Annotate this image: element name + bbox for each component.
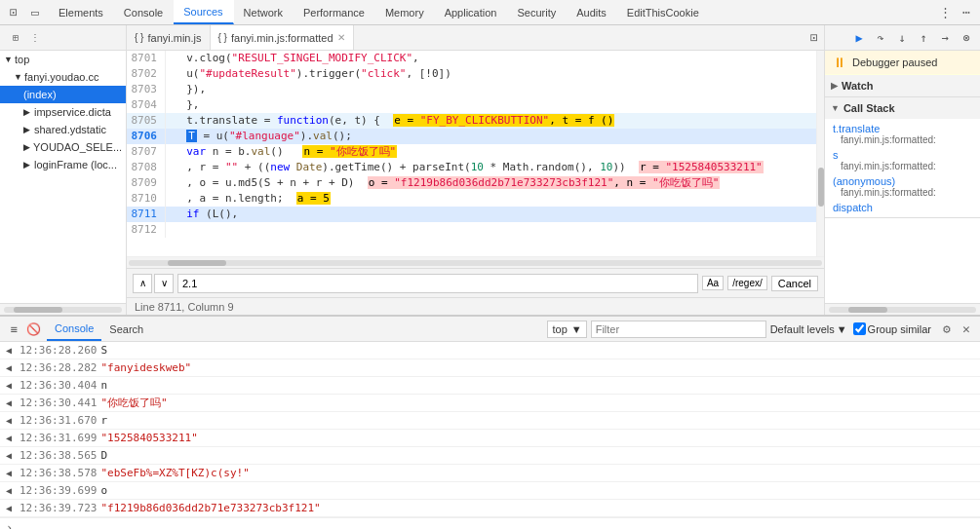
search-cancel-btn[interactable]: Cancel xyxy=(771,276,818,291)
tree-item-fanyi[interactable]: fanyi.youdao.cc xyxy=(0,68,126,86)
tab-performance[interactable]: Performance xyxy=(294,0,375,24)
code-line-8708: 8708 , r = "" + ((new Date).getTime() + … xyxy=(127,160,816,175)
console-time-0: 12:36:28.260 xyxy=(20,344,97,357)
editor-vscroll[interactable] xyxy=(816,51,824,256)
editor-tab-close[interactable]: ✕ xyxy=(337,32,345,43)
console-arrow-3: ◀ xyxy=(6,397,16,408)
console-text-6: D xyxy=(100,449,107,462)
editor-tab-formatted[interactable]: { } fanyi.min.js:formatted ✕ xyxy=(211,25,354,50)
status-text: Line 8711, Column 9 xyxy=(135,301,234,313)
console-text-1: "fanyideskweb" xyxy=(100,361,191,374)
file-tree: top fanyi.youdao.cc (index) impservice.d… xyxy=(0,51,126,303)
tab-editthiscookie[interactable]: EditThisCookie xyxy=(617,0,710,24)
editor-hscroll[interactable] xyxy=(127,256,824,268)
tree-item-top[interactable]: top xyxy=(0,51,126,68)
callstack-section-header[interactable]: ▼ Call Stack xyxy=(825,97,980,119)
group-similar-checkbox[interactable] xyxy=(853,322,866,335)
stack-item-2[interactable]: (anonymous) fanyi.min.js:formatted: xyxy=(825,173,980,200)
step-out-btn[interactable]: ↑ xyxy=(914,28,933,48)
step-btn[interactable]: → xyxy=(935,28,955,48)
console-settings-btn[interactable]: ⚙ xyxy=(937,320,957,339)
resume-btn[interactable]: ▶ xyxy=(849,28,869,48)
tab-console[interactable]: Console xyxy=(114,0,174,24)
search-next-btn[interactable]: ∨ xyxy=(154,274,174,293)
search-aa-btn[interactable]: Aa xyxy=(702,276,724,290)
line-num-8708: 8708 xyxy=(127,160,166,175)
code-line-8709: 8709 , o = u.md5(S + n + r + D) o = "f12… xyxy=(127,175,816,191)
line-content-8703: }), xyxy=(174,82,816,97)
tree-arrow-loginframe xyxy=(23,160,31,170)
console-arrow-0: ◀ xyxy=(6,345,16,356)
tree-label-fanyi: fanyi.youdao.cc xyxy=(24,71,98,83)
sidebar-hscroll[interactable] xyxy=(0,303,126,315)
console-drawer-icon[interactable]: ≡ xyxy=(4,320,23,339)
watch-section: ▶ Watch xyxy=(825,75,980,97)
tree-label-loginframe: loginFrame (loc... xyxy=(34,159,117,170)
inspect-icon[interactable]: ⊡ xyxy=(4,3,23,22)
console-time-4: 12:36:31.670 xyxy=(20,414,97,427)
tree-arrow-fanyi xyxy=(14,72,21,82)
tab-network[interactable]: Network xyxy=(234,0,294,24)
step-into-btn[interactable]: ↓ xyxy=(892,28,912,48)
device-icon[interactable]: ▭ xyxy=(25,3,45,22)
console-input[interactable] xyxy=(17,521,974,529)
console-context-select[interactable]: top ▼ xyxy=(547,321,586,338)
console-arrow-9: ◀ xyxy=(6,503,16,513)
watch-label: Watch xyxy=(842,80,874,92)
search-prev-btn[interactable]: ∧ xyxy=(133,274,152,293)
sources-sidebar: ⊞ ⋮ top fanyi.youdao.cc (index) impservi… xyxy=(0,25,127,315)
line-num-8712: 8712 xyxy=(127,222,166,238)
tab-security[interactable]: Security xyxy=(507,0,567,24)
console-filter-input[interactable] xyxy=(591,321,766,338)
editor-content[interactable]: 8701 v.clog("RESULT_SINGEL_MODIFY_CLICK"… xyxy=(127,51,816,256)
console-row-1: ◀ 12:36:28.282 "fanyideskweb" xyxy=(0,359,980,377)
console-arrow-5: ◀ xyxy=(6,433,16,443)
line-content-8707: var n = b.val() n = "你吃饭了吗" xyxy=(174,144,816,160)
editor-tab-minjs[interactable]: { } fanyi.min.js xyxy=(127,25,211,50)
deactivate-btn[interactable]: ⊗ xyxy=(957,28,976,48)
tab-memory[interactable]: Memory xyxy=(375,0,435,24)
watch-section-header[interactable]: ▶ Watch xyxy=(825,75,980,96)
search-input[interactable] xyxy=(177,274,698,293)
console-tab-console[interactable]: Console xyxy=(47,317,101,341)
line-content-8701: v.clog("RESULT_SINGEL_MODIFY_CLICK", xyxy=(174,51,816,66)
code-lines: 8701 v.clog("RESULT_SINGEL_MODIFY_CLICK"… xyxy=(127,51,816,238)
console-content[interactable]: ◀ 12:36:28.260 S ◀ 12:36:28.282 "fanyide… xyxy=(0,342,980,529)
console-tab-search[interactable]: Search xyxy=(101,317,151,341)
settings-icon[interactable]: ⋯ xyxy=(957,3,976,22)
step-over-btn[interactable]: ↷ xyxy=(871,28,890,48)
tree-item-index[interactable]: (index) xyxy=(0,86,126,103)
console-level-label: Default levels xyxy=(770,323,835,335)
pause-icon: ⏸ xyxy=(833,55,846,70)
tab-audits[interactable]: Audits xyxy=(567,0,617,24)
stack-item-3[interactable]: dispatch xyxy=(825,200,980,215)
console-time-9: 12:36:39.723 xyxy=(20,502,97,514)
tab-application[interactable]: Application xyxy=(435,0,508,24)
more-tools-icon[interactable]: ⋮ xyxy=(935,3,955,22)
tree-item-impservice[interactable]: impservice.dicta xyxy=(0,103,126,121)
stack-item-0[interactable]: t.translate fanyi.min.js:formatted: xyxy=(825,121,980,147)
code-line-8705: 8705 t.translate = function(e, t) { e = … xyxy=(127,113,816,129)
editor-tab-more[interactable]: ⊡ xyxy=(804,28,824,48)
tree-item-shared[interactable]: shared.ydstatic xyxy=(0,121,126,138)
tab-elements[interactable]: Elements xyxy=(49,0,114,24)
editor-tabs: { } fanyi.min.js { } fanyi.min.js:format… xyxy=(127,25,824,51)
sources-overflow-icon[interactable]: ⋮ xyxy=(25,28,45,48)
search-regex-btn[interactable]: /regex/ xyxy=(727,276,767,290)
console-text-2: n xyxy=(100,379,107,392)
debugger-toolbar: ▶ ↷ ↓ ↑ → ⊗ xyxy=(825,25,980,51)
console-arrow-7: ◀ xyxy=(6,468,16,478)
tree-item-loginframe[interactable]: loginFrame (loc... xyxy=(0,156,126,173)
code-line-8704: 8704 }, xyxy=(127,97,816,113)
console-text-4: r xyxy=(100,414,107,427)
line-num-8711: 8711 xyxy=(127,207,166,222)
console-level-select[interactable]: Default levels ▼ xyxy=(770,323,847,335)
console-close-btn[interactable]: ✕ xyxy=(957,320,976,339)
stack-item-1[interactable]: s fanyi.min.js:formatted: xyxy=(825,147,980,173)
console-clear-btn[interactable]: 🚫 xyxy=(23,320,43,339)
tab-sources[interactable]: Sources xyxy=(174,0,233,24)
line-num-8702: 8702 xyxy=(127,66,166,82)
tree-item-youdao[interactable]: YOUDAO_SELE... xyxy=(0,138,126,156)
sources-new-tab-icon[interactable]: ⊞ xyxy=(6,28,25,48)
debugger-hscroll[interactable] xyxy=(825,303,980,315)
